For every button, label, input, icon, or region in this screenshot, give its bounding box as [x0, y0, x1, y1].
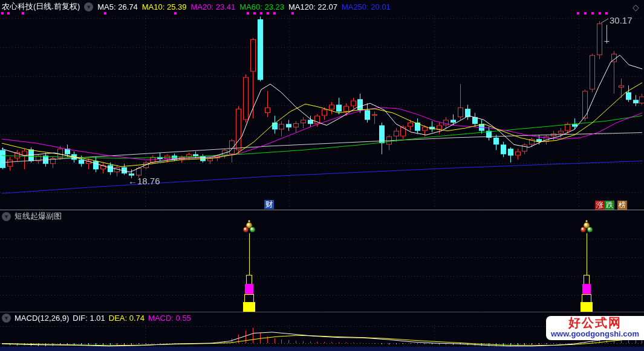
main-chart-header: 农心科技(日线.前复权) ▾ MA5: 26.74 MA10: 25.39 MA…	[2, 1, 391, 12]
chart-canvas[interactable]	[0, 0, 644, 351]
ma10-value: MA10: 25.39	[142, 2, 187, 11]
losers-button[interactable]: 跌	[605, 201, 614, 210]
macd-value: MACD: 0.55	[148, 314, 191, 323]
signal-panel-header: ▾ 短线起爆副图	[2, 211, 62, 222]
macd-panel-header: ▾ MACD(12,26,9) DIF: 1.01 DEA: 0.74 MACD…	[2, 314, 191, 323]
bottom-frame-strip	[0, 347, 644, 351]
ranking-button[interactable]: 榜	[617, 201, 627, 210]
low-price-annotation: ←18.76	[128, 176, 160, 186]
watermark: 好公式网 www.goodgongshi.com	[546, 316, 644, 340]
watermark-url: www.goodgongshi.com	[546, 330, 644, 338]
chevron-down-icon[interactable]: ▾	[2, 314, 11, 323]
ma60-value: MA60: 23.23	[239, 2, 284, 11]
dif-value: DIF: 1.01	[73, 314, 105, 323]
stock-title: 农心科技(日线.前复权)	[2, 1, 80, 12]
dea-value: DEA: 0.74	[109, 314, 145, 323]
collapse-diamond-icon[interactable]: ◇	[633, 2, 639, 12]
ma5-value: MA5: 26.74	[97, 2, 138, 11]
finance-info-button[interactable]: 财	[264, 200, 274, 209]
ma250-value: MA250: 20.01	[342, 2, 391, 11]
chevron-down-icon[interactable]: ▾	[2, 212, 11, 221]
watermark-site-name: 好公式网	[546, 316, 644, 330]
chevron-down-icon[interactable]: ▾	[84, 2, 93, 11]
stock-chart-app: 农心科技(日线.前复权) ▾ MA5: 26.74 MA10: 25.39 MA…	[0, 0, 644, 351]
ma120-value: MA120: 22.07	[288, 2, 337, 11]
high-price-annotation: 30.17	[610, 15, 633, 25]
gainers-button[interactable]: 涨	[595, 201, 605, 210]
ma20-value: MA20: 23.41	[191, 2, 236, 11]
signal-panel-title: 短线起爆副图	[15, 211, 62, 222]
macd-title: MACD(12,26,9)	[15, 314, 69, 323]
